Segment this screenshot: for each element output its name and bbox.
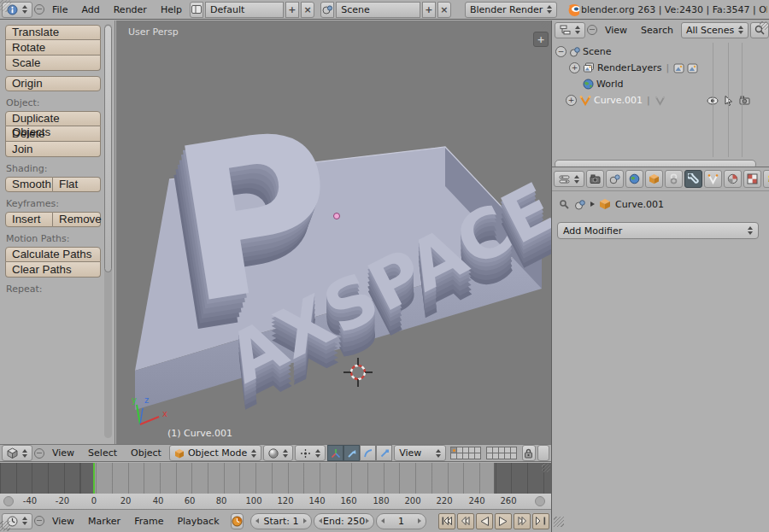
editor-type-button-3dview[interactable] bbox=[2, 445, 32, 461]
delete-button[interactable]: Delete bbox=[5, 126, 101, 142]
tab-modifiers[interactable] bbox=[684, 170, 702, 188]
editor-type-button-properties[interactable] bbox=[554, 171, 584, 187]
add-screen-layout-button[interactable]: + bbox=[285, 2, 299, 18]
add-modifier-dropdown[interactable]: Add Modifier bbox=[557, 222, 759, 239]
clear-paths-button[interactable]: Clear Paths bbox=[5, 262, 101, 278]
frame-start-slider[interactable]: Start: 1 bbox=[250, 513, 313, 529]
outliner-row-world[interactable]: World bbox=[555, 76, 766, 92]
paxspace-mesh[interactable]: P AXSPACE bbox=[116, 20, 551, 444]
timeline-tracks[interactable] bbox=[0, 463, 551, 494]
collapse-menus-icon[interactable] bbox=[587, 25, 597, 35]
menu-help[interactable]: Help bbox=[155, 4, 188, 15]
flat-button[interactable]: Flat bbox=[53, 177, 101, 192]
pivot-point-select[interactable] bbox=[295, 445, 326, 461]
delete-scene-button[interactable]: × bbox=[437, 2, 451, 18]
layers-widget-group2[interactable] bbox=[487, 447, 517, 459]
tab-render[interactable] bbox=[586, 170, 604, 188]
manipulator-scale-button[interactable] bbox=[376, 445, 392, 461]
scrollbar-right-cap[interactable] bbox=[535, 496, 545, 506]
3d-cursor[interactable] bbox=[341, 355, 375, 389]
calculate-paths-button[interactable]: Calculate Paths bbox=[5, 247, 101, 262]
object-breadcrumb-icon[interactable] bbox=[599, 198, 611, 210]
collapse-menus-icon[interactable] bbox=[34, 448, 44, 459]
frame-end-slider[interactable]: End: 250 bbox=[314, 513, 373, 529]
transform-orientation-select[interactable]: View bbox=[394, 445, 445, 461]
collapse-menus-icon[interactable] bbox=[34, 4, 44, 15]
outliner-item-label[interactable]: Scene bbox=[583, 46, 612, 57]
renderlayer-badge-icon[interactable] bbox=[687, 63, 698, 73]
tab-scene[interactable] bbox=[606, 170, 624, 188]
menu-render[interactable]: Render bbox=[108, 4, 153, 15]
duplicate-objects-button[interactable]: Duplicate Objects bbox=[5, 111, 101, 126]
remove-keyframe-button[interactable]: Remove bbox=[53, 212, 101, 227]
outliner-item-label-selected[interactable]: Curve.001 bbox=[594, 95, 643, 106]
current-frame-playhead[interactable] bbox=[93, 463, 95, 494]
translate-button[interactable]: Translate bbox=[5, 25, 101, 40]
menu-frame[interactable]: Frame bbox=[128, 516, 169, 527]
tab-constraints[interactable] bbox=[665, 170, 683, 188]
add-scene-button[interactable]: + bbox=[422, 2, 436, 18]
breadcrumb-object-name[interactable]: Curve.001 bbox=[615, 199, 664, 210]
play-button[interactable] bbox=[495, 513, 512, 529]
properties-corner-grip[interactable] bbox=[554, 517, 564, 527]
insert-keyframe-button[interactable]: Insert bbox=[5, 212, 53, 227]
current-frame-field[interactable]: 1 bbox=[376, 513, 426, 529]
menu-view[interactable]: View bbox=[599, 25, 633, 36]
manipulator-rotate-button[interactable] bbox=[360, 445, 376, 461]
display-filter-select[interactable]: All Scenes bbox=[681, 22, 748, 38]
pin-icon[interactable] bbox=[559, 199, 570, 210]
window-corner-grip[interactable] bbox=[0, 0, 12, 12]
menu-playback[interactable]: Playback bbox=[171, 516, 225, 527]
tool-shelf-scrollbar-thumb[interactable] bbox=[104, 25, 112, 272]
tab-object-data[interactable] bbox=[704, 170, 722, 188]
screen-layout-name-field[interactable]: Default bbox=[205, 2, 284, 18]
next-keyframe-button[interactable] bbox=[514, 513, 531, 529]
curve-badge-icon[interactable] bbox=[655, 96, 666, 106]
tab-texture[interactable] bbox=[743, 170, 761, 188]
expand-toggle[interactable]: + bbox=[569, 62, 580, 73]
footer-corner-grip[interactable] bbox=[0, 521, 10, 531]
menu-search[interactable]: Search bbox=[635, 25, 679, 36]
jump-to-end-button-partial[interactable] bbox=[532, 513, 549, 529]
menu-object[interactable]: Object bbox=[125, 447, 167, 459]
scene-name-field[interactable]: Scene bbox=[336, 2, 420, 18]
auto-keyframe-record-button[interactable] bbox=[231, 513, 244, 529]
menu-add[interactable]: Add bbox=[75, 4, 105, 15]
outliner-item-label[interactable]: World bbox=[596, 79, 624, 90]
renderability-camera-icon[interactable] bbox=[739, 96, 750, 105]
tab-object[interactable] bbox=[645, 170, 663, 188]
collapse-menus-icon[interactable] bbox=[34, 516, 44, 526]
tab-world[interactable] bbox=[625, 170, 643, 188]
interaction-mode-select[interactable]: Object Mode bbox=[169, 445, 261, 461]
rotate-button[interactable]: Rotate bbox=[5, 40, 101, 56]
render-engine-select[interactable]: Blender Render bbox=[465, 2, 557, 18]
menu-marker[interactable]: Marker bbox=[82, 516, 126, 527]
outliner-corner-grip[interactable] bbox=[760, 21, 768, 30]
increment-arrow[interactable] bbox=[366, 518, 369, 523]
editor-type-button-outliner[interactable] bbox=[555, 22, 585, 38]
timeline-frame-scrollbar[interactable]: -40 -20 0 20 40 60 80 100 120 140 160 18… bbox=[0, 494, 551, 510]
outliner-row-renderlayers[interactable]: + RenderLayers | bbox=[555, 60, 766, 76]
manipulator-enable-button[interactable] bbox=[327, 445, 343, 461]
menu-file[interactable]: File bbox=[46, 4, 73, 15]
screen-layout-browse-button[interactable] bbox=[190, 2, 203, 18]
outliner-row-curve[interactable]: + Curve.001 | bbox=[555, 92, 766, 108]
expand-toggle[interactable]: + bbox=[566, 95, 577, 106]
timeline-corner-grip[interactable] bbox=[542, 464, 550, 472]
delete-screen-layout-button[interactable]: × bbox=[301, 2, 314, 18]
menu-view[interactable]: View bbox=[46, 447, 80, 459]
manipulator-translate-button[interactable] bbox=[343, 445, 360, 461]
viewport-shading-select[interactable] bbox=[263, 445, 293, 461]
menu-view[interactable]: View bbox=[46, 516, 80, 527]
selectability-cursor-icon[interactable] bbox=[725, 96, 733, 106]
decrement-arrow[interactable] bbox=[381, 518, 384, 523]
renderlayer-badge-icon[interactable] bbox=[673, 63, 684, 73]
collapse-toggle[interactable]: − bbox=[555, 46, 566, 57]
scene-breadcrumb-icon[interactable] bbox=[574, 199, 586, 210]
origin-button[interactable]: Origin bbox=[5, 76, 101, 91]
decrement-arrow[interactable] bbox=[319, 518, 322, 523]
tab-material[interactable] bbox=[724, 170, 742, 188]
jump-to-start-button[interactable] bbox=[438, 513, 455, 529]
lock-camera-button[interactable] bbox=[522, 445, 536, 461]
3d-viewport[interactable]: User Persp P AXSPACE bbox=[116, 20, 551, 444]
